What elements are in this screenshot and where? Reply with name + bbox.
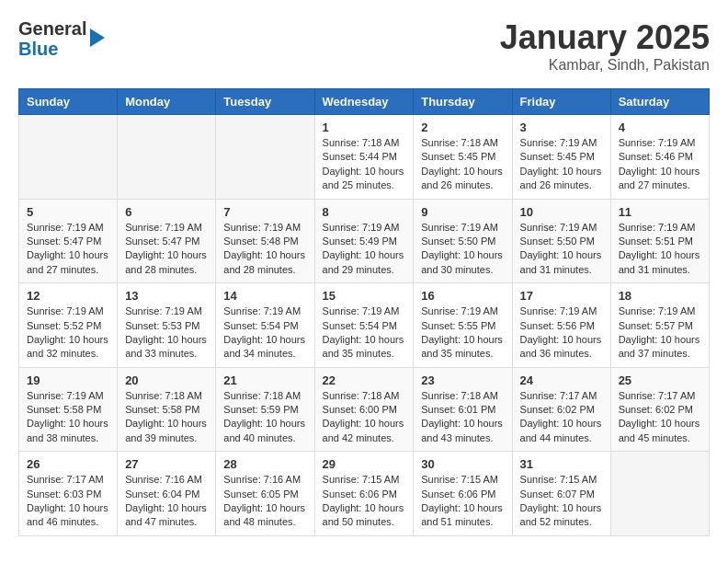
day-number: 30 bbox=[421, 457, 504, 471]
calendar-cell: 28Sunrise: 7:16 AM Sunset: 6:05 PM Dayli… bbox=[216, 452, 314, 536]
calendar-cell bbox=[118, 115, 216, 200]
day-number: 24 bbox=[520, 373, 603, 387]
calendar-cell: 16Sunrise: 7:19 AM Sunset: 5:55 PM Dayli… bbox=[414, 283, 512, 368]
day-info: Sunrise: 7:17 AM Sunset: 6:03 PM Dayligh… bbox=[27, 473, 109, 530]
calendar-cell: 8Sunrise: 7:19 AM Sunset: 5:49 PM Daylig… bbox=[314, 199, 414, 283]
calendar-week-row: 12Sunrise: 7:19 AM Sunset: 5:52 PM Dayli… bbox=[19, 283, 710, 368]
day-info: Sunrise: 7:15 AM Sunset: 6:06 PM Dayligh… bbox=[323, 473, 406, 530]
day-header-thursday: Thursday bbox=[414, 89, 512, 115]
calendar-week-row: 26Sunrise: 7:17 AM Sunset: 6:03 PM Dayli… bbox=[19, 452, 710, 536]
day-number: 19 bbox=[27, 373, 109, 387]
calendar-cell: 2Sunrise: 7:18 AM Sunset: 5:45 PM Daylig… bbox=[414, 115, 512, 200]
day-header-saturday: Saturday bbox=[610, 89, 709, 115]
calendar-cell bbox=[610, 452, 709, 536]
day-info: Sunrise: 7:19 AM Sunset: 5:56 PM Dayligh… bbox=[520, 304, 603, 362]
calendar-header-row: SundayMondayTuesdayWednesdayThursdayFrid… bbox=[19, 89, 710, 115]
calendar-table: SundayMondayTuesdayWednesdayThursdayFrid… bbox=[18, 88, 710, 536]
calendar-cell bbox=[19, 115, 118, 200]
calendar-cell: 30Sunrise: 7:15 AM Sunset: 6:06 PM Dayli… bbox=[414, 452, 512, 536]
calendar-cell: 11Sunrise: 7:19 AM Sunset: 5:51 PM Dayli… bbox=[610, 199, 709, 283]
day-number: 12 bbox=[27, 289, 109, 303]
calendar-week-row: 19Sunrise: 7:19 AM Sunset: 5:58 PM Dayli… bbox=[19, 367, 710, 452]
day-number: 11 bbox=[619, 205, 701, 219]
calendar-week-row: 1Sunrise: 7:18 AM Sunset: 5:44 PM Daylig… bbox=[19, 115, 710, 200]
calendar-cell: 31Sunrise: 7:15 AM Sunset: 6:07 PM Dayli… bbox=[512, 452, 610, 536]
day-number: 13 bbox=[125, 289, 208, 303]
day-number: 10 bbox=[520, 205, 603, 219]
day-info: Sunrise: 7:18 AM Sunset: 6:00 PM Dayligh… bbox=[323, 389, 406, 446]
calendar-cell: 13Sunrise: 7:19 AM Sunset: 5:53 PM Dayli… bbox=[118, 283, 216, 368]
calendar-cell: 4Sunrise: 7:19 AM Sunset: 5:46 PM Daylig… bbox=[610, 115, 709, 200]
day-info: Sunrise: 7:17 AM Sunset: 6:02 PM Dayligh… bbox=[619, 389, 701, 446]
calendar-cell: 22Sunrise: 7:18 AM Sunset: 6:00 PM Dayli… bbox=[314, 367, 414, 452]
calendar-cell: 3Sunrise: 7:19 AM Sunset: 5:45 PM Daylig… bbox=[512, 115, 610, 200]
day-number: 22 bbox=[323, 373, 406, 387]
day-number: 25 bbox=[619, 373, 701, 387]
day-number: 23 bbox=[421, 373, 504, 387]
day-info: Sunrise: 7:19 AM Sunset: 5:57 PM Dayligh… bbox=[619, 304, 701, 362]
day-number: 1 bbox=[323, 121, 406, 134]
calendar-cell: 5Sunrise: 7:19 AM Sunset: 5:47 PM Daylig… bbox=[19, 199, 118, 283]
day-info: Sunrise: 7:19 AM Sunset: 5:54 PM Dayligh… bbox=[223, 304, 306, 362]
title-block: January 2025 Kambar, Sindh, Pakistan bbox=[500, 18, 710, 74]
calendar-cell: 25Sunrise: 7:17 AM Sunset: 6:02 PM Dayli… bbox=[610, 367, 709, 452]
page-header: General Blue January 2025 Kambar, Sindh,… bbox=[18, 18, 710, 74]
day-header-wednesday: Wednesday bbox=[314, 89, 414, 115]
day-number: 9 bbox=[421, 205, 504, 219]
day-info: Sunrise: 7:18 AM Sunset: 5:59 PM Dayligh… bbox=[223, 389, 306, 446]
day-number: 29 bbox=[323, 457, 406, 471]
day-info: Sunrise: 7:18 AM Sunset: 5:44 PM Dayligh… bbox=[323, 136, 406, 193]
day-header-monday: Monday bbox=[118, 89, 216, 115]
logo-blue: Blue bbox=[18, 39, 86, 59]
day-number: 5 bbox=[27, 205, 109, 219]
calendar-cell: 17Sunrise: 7:19 AM Sunset: 5:56 PM Dayli… bbox=[512, 283, 610, 368]
day-info: Sunrise: 7:19 AM Sunset: 5:50 PM Dayligh… bbox=[421, 221, 504, 278]
day-info: Sunrise: 7:19 AM Sunset: 5:50 PM Dayligh… bbox=[520, 221, 603, 278]
calendar-cell: 9Sunrise: 7:19 AM Sunset: 5:50 PM Daylig… bbox=[414, 199, 512, 283]
calendar-cell: 26Sunrise: 7:17 AM Sunset: 6:03 PM Dayli… bbox=[19, 452, 118, 536]
day-number: 8 bbox=[323, 205, 406, 219]
day-number: 20 bbox=[125, 373, 208, 387]
day-number: 15 bbox=[323, 289, 406, 303]
day-info: Sunrise: 7:19 AM Sunset: 5:52 PM Dayligh… bbox=[27, 304, 109, 362]
day-number: 31 bbox=[520, 457, 603, 471]
day-info: Sunrise: 7:16 AM Sunset: 6:04 PM Dayligh… bbox=[125, 473, 208, 530]
calendar-title: January 2025 bbox=[500, 18, 710, 57]
calendar-week-row: 5Sunrise: 7:19 AM Sunset: 5:47 PM Daylig… bbox=[19, 199, 710, 283]
day-number: 2 bbox=[421, 121, 504, 134]
day-number: 18 bbox=[619, 289, 701, 303]
calendar-cell: 29Sunrise: 7:15 AM Sunset: 6:06 PM Dayli… bbox=[314, 452, 414, 536]
day-info: Sunrise: 7:19 AM Sunset: 5:48 PM Dayligh… bbox=[223, 221, 306, 278]
day-number: 14 bbox=[223, 289, 306, 303]
day-header-tuesday: Tuesday bbox=[216, 89, 314, 115]
calendar-cell: 27Sunrise: 7:16 AM Sunset: 6:04 PM Dayli… bbox=[118, 452, 216, 536]
calendar-cell: 18Sunrise: 7:19 AM Sunset: 5:57 PM Dayli… bbox=[610, 283, 709, 368]
calendar-subtitle: Kambar, Sindh, Pakistan bbox=[500, 57, 710, 74]
day-info: Sunrise: 7:19 AM Sunset: 5:47 PM Dayligh… bbox=[27, 221, 109, 278]
day-number: 26 bbox=[27, 457, 109, 471]
day-info: Sunrise: 7:19 AM Sunset: 5:45 PM Dayligh… bbox=[520, 136, 603, 193]
day-header-sunday: Sunday bbox=[19, 89, 118, 115]
day-info: Sunrise: 7:15 AM Sunset: 6:06 PM Dayligh… bbox=[421, 473, 504, 530]
day-number: 4 bbox=[619, 121, 701, 134]
day-info: Sunrise: 7:19 AM Sunset: 5:49 PM Dayligh… bbox=[323, 221, 406, 278]
calendar-cell: 20Sunrise: 7:18 AM Sunset: 5:58 PM Dayli… bbox=[118, 367, 216, 452]
day-info: Sunrise: 7:16 AM Sunset: 6:05 PM Dayligh… bbox=[223, 473, 306, 530]
day-info: Sunrise: 7:18 AM Sunset: 5:45 PM Dayligh… bbox=[421, 136, 504, 193]
logo-general: General bbox=[18, 18, 86, 39]
calendar-cell: 15Sunrise: 7:19 AM Sunset: 5:54 PM Dayli… bbox=[314, 283, 414, 368]
day-info: Sunrise: 7:19 AM Sunset: 5:47 PM Dayligh… bbox=[125, 221, 208, 278]
day-info: Sunrise: 7:19 AM Sunset: 5:58 PM Dayligh… bbox=[27, 389, 109, 446]
svg-marker-0 bbox=[90, 29, 105, 47]
calendar-cell: 23Sunrise: 7:18 AM Sunset: 6:01 PM Dayli… bbox=[414, 367, 512, 452]
day-info: Sunrise: 7:18 AM Sunset: 5:58 PM Dayligh… bbox=[125, 389, 208, 446]
day-number: 17 bbox=[520, 289, 603, 303]
day-number: 21 bbox=[223, 373, 306, 387]
calendar-cell bbox=[216, 115, 314, 200]
calendar-cell: 24Sunrise: 7:17 AM Sunset: 6:02 PM Dayli… bbox=[512, 367, 610, 452]
calendar-cell: 12Sunrise: 7:19 AM Sunset: 5:52 PM Dayli… bbox=[19, 283, 118, 368]
logo-icon bbox=[88, 25, 107, 51]
day-info: Sunrise: 7:19 AM Sunset: 5:46 PM Dayligh… bbox=[619, 136, 701, 193]
calendar-cell: 7Sunrise: 7:19 AM Sunset: 5:48 PM Daylig… bbox=[216, 199, 314, 283]
day-number: 16 bbox=[421, 289, 504, 303]
